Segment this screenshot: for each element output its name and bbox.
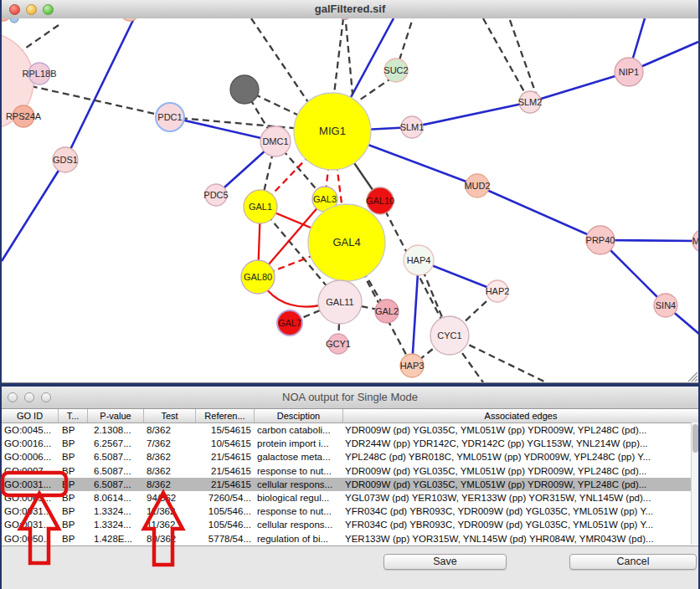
node-GDS1[interactable]: GDS1 (53, 147, 78, 172)
node-PRP40[interactable]: PRP40 (586, 226, 615, 254)
node-label: SLM2 (518, 97, 543, 107)
close-button[interactable] (9, 4, 20, 15)
table-cell: GO:0050... (2, 532, 59, 545)
node-GAL4[interactable]: GAL4 (308, 204, 385, 281)
save-button[interactable]: Save (383, 554, 507, 570)
node-label: GCY1 (326, 339, 351, 349)
column-header-3[interactable]: Test (144, 409, 196, 423)
network-edge-gray_dashed[interactable] (20, 84, 170, 117)
network-edge-gray_dashed[interactable] (352, 78, 392, 105)
node-HAP2[interactable]: HAP2 (486, 280, 510, 302)
network-edge-gray_dashed[interactable] (251, 18, 310, 105)
node-MSL1[interactable]: MSL1 (692, 229, 698, 253)
node-top-edge-node-c[interactable] (121, 18, 139, 21)
network-canvas[interactable]: RPL18BRPS24AGDS1PDC1DMC1MIG1SUC2SLM1SLM2… (2, 18, 698, 382)
table-cell: BP (59, 450, 88, 464)
table-row[interactable]: GO:0031...BP1.3324...11/362105/546...res… (2, 504, 698, 518)
table-cell: response to nut... (255, 464, 343, 478)
table-scrollbar[interactable] (691, 423, 698, 545)
table-row[interactable]: GO:0031...BP6.5087...8/36221/54615cellul… (2, 478, 698, 491)
table-cell: YDR009W (pd) YGL035C, YML051W (pp) YDR00… (343, 478, 698, 491)
node-top-edge-node-b[interactable] (10, 18, 18, 23)
table-cell: galactose meta... (255, 450, 343, 464)
node-MIG1[interactable]: MIG1 (294, 93, 371, 170)
table-cell: 21/54615 (196, 478, 255, 491)
node-GAL7[interactable]: GAL7 (277, 310, 302, 335)
table-row[interactable]: GO:0007...BP6.5087...8/36221/54615respon… (2, 464, 698, 478)
network-edge-blue[interactable] (412, 102, 530, 127)
network-edge-gray_dashed[interactable] (483, 18, 530, 102)
scrollbar-thumb[interactable] (692, 424, 698, 453)
network-edge-gray_dashed[interactable] (510, 20, 536, 94)
network-edge-blue[interactable] (170, 117, 275, 141)
node-SLM1[interactable]: SLM1 (400, 116, 425, 138)
node-GCY1[interactable]: GCY1 (326, 334, 351, 354)
table-cell: 105/546... (196, 504, 255, 518)
table-row[interactable]: GO:0065...BP8.0614...94/3627260/54...bio… (2, 491, 698, 504)
zoom-button[interactable] (41, 392, 51, 402)
table-row[interactable]: GO:0045...BP2.1308...8/36215/54615carbon… (2, 423, 698, 437)
node-label: PDC5 (203, 190, 228, 200)
node-label: PRP40 (586, 235, 615, 245)
network-edge-gray_dashed[interactable] (170, 117, 301, 129)
node-SLM2[interactable]: SLM2 (518, 91, 543, 113)
table-cell: 6.5087... (88, 478, 144, 491)
column-header-1[interactable]: T... (59, 409, 88, 423)
network-edge-gray_dashed[interactable] (20, 25, 59, 52)
table-cell: BP (59, 423, 88, 437)
column-header-4[interactable]: Referen... (196, 409, 255, 423)
node-GAL80[interactable]: GAL80 (241, 260, 275, 294)
column-header-0[interactable]: GO ID (2, 409, 59, 423)
column-header-6[interactable]: Associated edges (343, 409, 698, 423)
node-GAL1[interactable]: GAL1 (244, 190, 277, 223)
zoom-button[interactable] (43, 4, 54, 15)
network-edge-gray_dashed[interactable] (334, 18, 343, 94)
minimize-button[interactable] (26, 4, 37, 15)
graph-window-titlebar[interactable]: galFiltered.sif (2, 0, 698, 19)
table-cell: YGL073W (pd) YER103W, YER133W (pp) YOR31… (343, 491, 698, 504)
table-cell: YDR009W (pd) YGL035C, YML051W (pp) YDR00… (343, 423, 698, 437)
table-cell: BP (59, 491, 88, 504)
table-cell: 10/54615 (196, 437, 255, 450)
resize-grip[interactable] (687, 371, 698, 382)
network-edge-blue[interactable] (477, 186, 600, 240)
node-label: MSL1 (692, 236, 698, 246)
node-GAL2[interactable]: GAL2 (375, 300, 399, 323)
node-gray-node[interactable] (230, 75, 259, 104)
close-button[interactable] (8, 392, 18, 402)
table-cell: 1.3324... (88, 504, 144, 518)
network-edge-blue[interactable] (2, 160, 65, 261)
cancel-button[interactable]: Cancel (569, 554, 697, 570)
network-edge-blue[interactable] (412, 260, 419, 366)
noa-window-titlebar[interactable]: NOA output for Single Mode (2, 387, 698, 409)
node-top-edge-node-d[interactable] (337, 18, 353, 19)
column-header-2[interactable]: P-value (88, 409, 144, 423)
column-header-5[interactable]: Desciption (255, 409, 343, 423)
table-row[interactable]: GO:0016...BP6.2567...7/36210/54615protei… (2, 437, 698, 450)
table-cell: YER133W (pp) YOR315W, YNL145W (pd) YHR08… (343, 532, 698, 545)
node-HAP4[interactable]: HAP4 (404, 245, 434, 275)
node-DMC1[interactable]: DMC1 (260, 126, 291, 156)
node-MUD2[interactable]: MUD2 (464, 174, 490, 197)
network-edge-blue[interactable] (65, 18, 134, 160)
node-CYC1[interactable]: CYC1 (430, 316, 469, 355)
node-GAL11[interactable]: GAL11 (318, 280, 362, 324)
table-cell: 8.0614... (88, 491, 144, 504)
table-cell: biological regul... (255, 491, 343, 504)
table-row[interactable]: GO:0006...BP6.5087...8/36221/54615galact… (2, 450, 698, 464)
network-edge-blue[interactable] (530, 72, 629, 102)
node-top-edge-node-a[interactable] (2, 18, 11, 21)
table-row[interactable]: GO:0050...BP1.428E...80/3625778/54...reg… (2, 532, 698, 545)
node-PDC1[interactable]: PDC1 (156, 103, 184, 131)
node-SUC2[interactable]: SUC2 (383, 59, 408, 82)
network-edge-gray_dashed[interactable] (345, 18, 353, 94)
node-GAL10[interactable]: GAL10 (366, 187, 394, 214)
table-cell: 11/362 (144, 518, 196, 531)
table-cell: regulation of bi... (255, 532, 343, 545)
noa-window-title: NOA output for Single Mode (2, 387, 698, 408)
node-HAP3[interactable]: HAP3 (400, 354, 425, 377)
node-NIP1[interactable]: NIP1 (615, 58, 643, 86)
node-SIN4[interactable]: SIN4 (654, 294, 677, 317)
table-row[interactable]: GO:0031...BP1.3324...11/362105/546...cel… (2, 518, 698, 531)
minimize-button[interactable] (24, 392, 34, 402)
